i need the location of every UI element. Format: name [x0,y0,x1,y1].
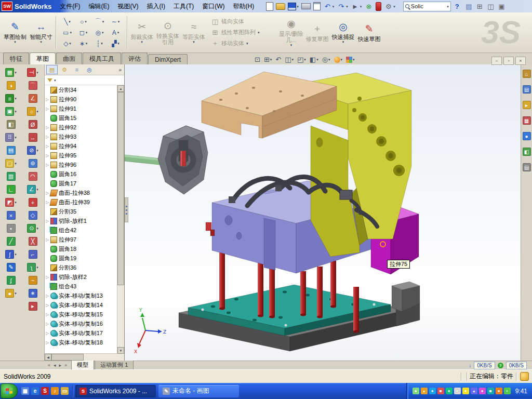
cmd-move-entities[interactable]: +移动实体▾ [209,38,262,49]
cmd-rapid-sketch[interactable]: ✎快速草图 [356,14,382,51]
tray-icon-7[interactable]: ▴ [471,388,477,394]
quick-tips-icon[interactable] [520,372,529,381]
zoom-area-icon[interactable]: ⊞▾ [263,55,273,64]
polygon-icon[interactable]: ◇▾ [59,38,75,49]
tree-item-6[interactable]: ▷拉伸94 [45,141,117,151]
search-input[interactable]: Solic ▾ [403,2,451,11]
cmd-smart-dimension[interactable]: ↔智能尺寸▾ [28,14,54,51]
left-tool-icon-colA-17[interactable]: ●▾ [5,287,17,300]
expand-arrow-icon[interactable]: ▷ [46,153,50,158]
tray-icon-0[interactable]: ● [413,388,419,394]
cmd-offset-entities[interactable]: ≈等距实体▾ [181,14,207,51]
tree-filter[interactable]: ▾ [45,75,124,85]
options-icon[interactable]: ⚙▾ [383,2,396,11]
expand-arrow-icon[interactable]: ▷ [46,312,50,317]
command-tab-0[interactable]: 特征 [3,52,29,64]
tree-item-22[interactable]: ▷实体-移动/复制13 [45,291,117,300]
expand-arrow-icon[interactable]: ▷ [46,163,50,167]
expand-arrow-icon[interactable]: ▷ [46,322,50,326]
menu-item-6[interactable]: 帮助(H) [229,0,259,13]
left-tool-icon-colA-13[interactable]: ╱ [7,235,16,248]
left-tool-icon-colB-4[interactable]: Ø [29,118,37,131]
print-preview-icon[interactable] [313,2,321,11]
tree-item-5[interactable]: ▷拉伸93 [45,132,117,141]
cmd-trim-entities[interactable]: ✂剪裁实体▾ [129,14,155,51]
left-tool-icon-colB-18[interactable]: ▸ [29,300,37,313]
tray-icon-5[interactable]: ▪ [454,388,461,394]
model-tab-1[interactable]: 运动算例 1 [95,361,134,370]
left-tool-icon-colB-0[interactable]: ⊣▾ [27,66,38,79]
tree-item-12[interactable]: ▷曲面-拉伸39 [45,197,117,207]
open-icon[interactable] [275,3,286,10]
scroll-down-icon[interactable]: ▼ [117,347,124,354]
expand-arrow-icon[interactable]: ▷ [46,331,50,336]
tree-item-26[interactable]: ▷实体-移动/复制17 [45,328,117,338]
command-tab-4[interactable]: 评估 [122,52,148,64]
tree-item-14[interactable]: ▷切除-放样1 [45,216,117,225]
tree-item-19[interactable]: 分割36 [45,263,117,272]
cmd-convert-entities[interactable]: ⊙转换实体引用 [155,14,181,51]
graphics-area[interactable]: Y X Z 拉伸75 [125,64,521,361]
doc-close-button[interactable]: × [515,57,526,65]
expand-arrow-icon[interactable]: ▷ [46,303,50,308]
left-tool-icon-colB-17[interactable]: ∗ [29,287,37,300]
left-tool-icon-colA-8[interactable]: ▥ [7,170,16,183]
left-tool-icon-colB-14[interactable]: ⌐ [29,248,37,261]
design-library-icon[interactable]: ▤ [523,85,531,94]
tree-item-8[interactable]: ▷拉伸96 [45,160,117,169]
print-icon[interactable] [301,3,311,10]
tray-icon-1[interactable]: ▴ [421,388,428,394]
cmd-quick-snaps[interactable]: ◎快速捕捉▾ [330,14,356,51]
tree-item-7[interactable]: ▷拉伸95 [45,151,117,160]
left-tool-icon-colB-16[interactable]: ~ [29,274,37,287]
tree-item-0[interactable]: 分割34 [45,85,117,95]
tree-item-24[interactable]: ▷实体-移动/复制15 [45,310,117,319]
arc-icon[interactable]: ⌒▾ [91,16,108,27]
new-document-icon[interactable] [265,2,274,11]
left-tool-icon-colA-10[interactable]: ◩▾ [5,196,17,209]
line-icon[interactable]: ╲▾ [59,16,75,27]
apply-scene-icon[interactable]: ▾ [345,56,356,63]
internet-explorer-icon[interactable]: e [31,387,39,395]
tray-icon-2[interactable]: ● [429,388,436,394]
configurationmanager-tab[interactable]: ≡ [71,65,83,74]
left-tool-icon-colA-15[interactable]: ✎ [7,261,16,274]
tree-item-1[interactable]: ▷拉伸90 [45,95,117,104]
featuremanager-tab[interactable]: ▤ [46,65,58,74]
cmd-display-delete-relations[interactable]: ◉显示/删除几...▾ [278,14,304,51]
tree-item-27[interactable]: ▷实体-移动/复制18 [45,338,117,347]
search-dropdown-icon[interactable]: ▾ [447,5,449,8]
tray-icon-9[interactable]: ■ [487,388,494,394]
tree-item-25[interactable]: ▷实体-移动/复制16 [45,319,117,328]
tree-item-10[interactable]: 圆角17 [45,179,117,188]
taskbar-task-1[interactable]: ✎未命名 - 画图 [158,385,239,397]
cmd-mirror-entities[interactable]: ◫镜向实体 [209,17,262,27]
tree-item-3[interactable]: 圆角15 [45,113,117,123]
zoom-fit-icon[interactable]: ⊡ [254,55,261,64]
tree-item-13[interactable]: 分割35 [45,207,117,216]
menu-item-3[interactable]: 插入(I) [143,0,169,13]
scenes-icon[interactable]: ◧ [523,148,531,156]
centerline-icon[interactable]: ┆▾ [91,38,108,49]
file-explorer-icon[interactable]: ▸ [523,101,531,109]
tree-item-15[interactable]: 组合42 [45,225,117,235]
tree-item-11[interactable]: ▷曲面-拉伸38 [45,188,117,197]
scroll-left-icon[interactable]: ◀ [45,354,51,361]
undo-icon[interactable]: ↶▾ [323,2,335,11]
net-help-icon[interactable]: ? [498,363,503,368]
scroll-thumb-h[interactable] [51,354,84,361]
file-properties-icon[interactable] [375,2,382,11]
taskbar-task-0[interactable]: SSolidWorks 2009 - ... [75,385,156,397]
previous-view-icon[interactable]: ↶ [274,55,282,64]
close-document-icon[interactable]: ▣ [497,2,506,10]
solidworks-launch-icon[interactable]: S [41,387,49,395]
expand-arrow-icon[interactable]: ▷ [46,135,50,139]
tray-icon-3[interactable]: ■ [437,388,444,394]
tree-item-16[interactable]: ▷拉伸97 [45,235,117,244]
task-pane-icon[interactable]: ▤ [464,2,473,10]
expand-arrow-icon[interactable]: ▷ [46,275,50,280]
cmd-repair-sketch[interactable]: +修复草图 [304,14,330,51]
left-tool-icon-colB-10[interactable]: + [29,196,37,209]
ellipse-icon[interactable]: ◎▾ [91,27,108,38]
left-tool-icon-colA-14[interactable]: ʃ▾ [5,248,17,261]
